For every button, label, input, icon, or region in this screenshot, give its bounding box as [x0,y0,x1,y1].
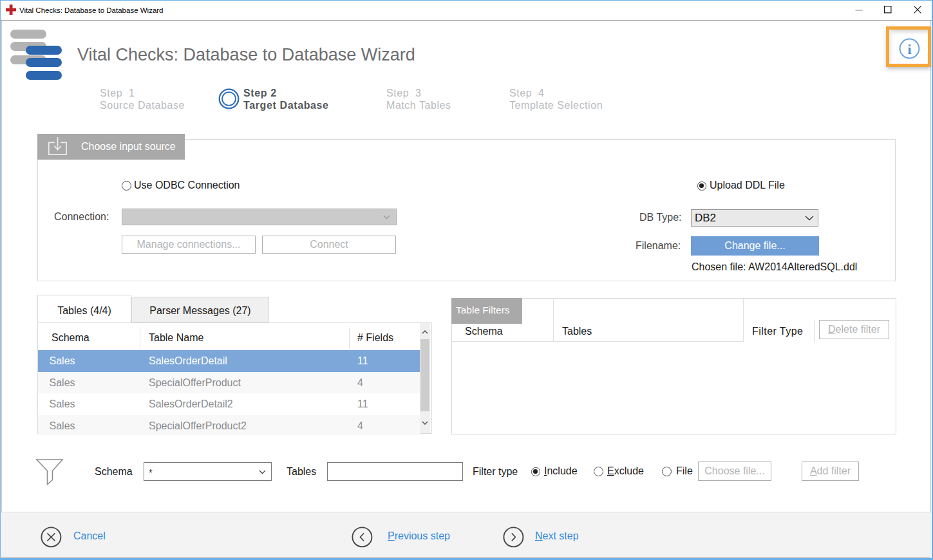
svg-text:i: i [907,41,911,57]
